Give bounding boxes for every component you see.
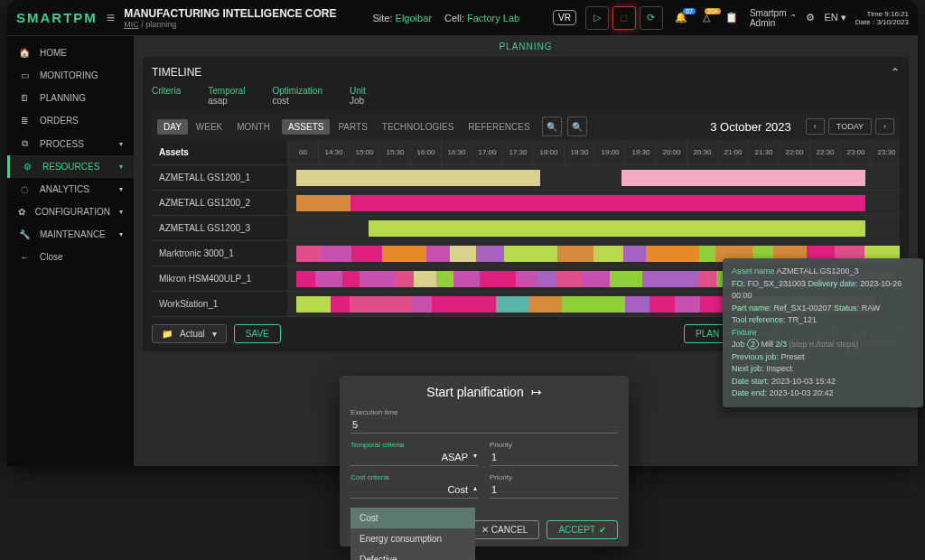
sidebar-item-resources[interactable]: ⚙RESOURCES▾ [7, 155, 134, 178]
zoom-in[interactable]: 🔍 [567, 117, 587, 136]
gantt-bar[interactable] [699, 246, 715, 262]
gantt-bar[interactable] [610, 271, 642, 287]
gantt-bar[interactable] [557, 246, 593, 262]
gantt-bar[interactable] [450, 246, 476, 262]
gantt-bar[interactable] [675, 296, 700, 313]
dropdown-option[interactable]: Defective [350, 549, 475, 560]
gantt-bar[interactable] [504, 246, 527, 262]
zoom-out[interactable]: 🔍 [542, 117, 562, 136]
sidebar-item-configuration[interactable]: ✿CONFIGURATION▾ [7, 201, 134, 223]
gantt-bar[interactable] [466, 296, 496, 313]
cell-select[interactable]: Factory Lab [467, 13, 519, 23]
gantt-bar[interactable] [296, 246, 322, 262]
gantt-bar[interactable] [621, 170, 865, 186]
prev-day[interactable]: ‹ [806, 118, 825, 135]
hamburger-icon[interactable]: ≡ [107, 10, 115, 26]
gantt-bar[interactable] [528, 296, 562, 313]
gantt-bar[interactable] [596, 296, 625, 313]
vr-badge[interactable]: VR [553, 10, 576, 25]
stop-button[interactable]: □ [612, 6, 636, 30]
gantt-bar[interactable] [436, 271, 453, 287]
sidebar-item-process[interactable]: ⧉PROCESS▾ [7, 132, 134, 155]
collapse-icon[interactable]: ⌃ [891, 66, 900, 79]
gantt-bar[interactable] [556, 271, 582, 287]
dropdown-option[interactable]: Energy consumption [350, 528, 475, 549]
gantt-bar[interactable] [296, 271, 315, 287]
gantt-bar[interactable] [382, 246, 400, 262]
gantt-bar[interactable] [375, 296, 411, 313]
gantt-bar[interactable] [664, 246, 699, 262]
gantt-bar[interactable] [350, 296, 375, 313]
gantt-bar[interactable] [453, 271, 480, 287]
gantt-bar[interactable] [360, 271, 395, 287]
asset-row-label[interactable]: Marktronic 3000_1 [152, 241, 287, 266]
gantt-bar[interactable] [527, 246, 557, 262]
gantt-bar[interactable] [582, 271, 610, 287]
bell-icon[interactable]: 🔔67 [672, 12, 690, 23]
gantt-bar[interactable] [395, 271, 414, 287]
clipboard-icon[interactable]: 📋 [723, 12, 741, 23]
gantt-bar[interactable] [400, 246, 426, 262]
gantt-bar[interactable] [679, 271, 699, 287]
gantt-bar[interactable] [480, 271, 516, 287]
gantt-bar[interactable] [369, 220, 865, 237]
gantt-bar[interactable] [537, 271, 556, 287]
sidebar-item-home[interactable]: 🏠HOME [7, 42, 134, 64]
next-day[interactable]: › [875, 118, 894, 135]
gantt-bar[interactable] [649, 296, 675, 313]
gantt-bar[interactable] [699, 271, 716, 287]
tab-parts[interactable]: PARTS [332, 119, 373, 135]
tab-day[interactable]: DAY [157, 119, 188, 135]
accept-button[interactable]: ACCEPT ✔ [547, 520, 618, 539]
sidebar-item-analytics[interactable]: ◌ANALYTICS▾ [7, 178, 134, 201]
gantt-row[interactable] [287, 191, 900, 216]
gantt-bar[interactable] [351, 246, 382, 262]
gantt-bar[interactable] [593, 246, 623, 262]
gantt-bar[interactable] [414, 271, 436, 287]
asset-row-label[interactable]: AZMETALL GS1200_1 [152, 165, 287, 191]
gantt-bar[interactable] [496, 296, 528, 313]
gantt-bar[interactable] [625, 296, 649, 313]
gantt-bar[interactable] [322, 246, 351, 262]
cost-criteria-select[interactable]: Cost▴ [350, 481, 479, 499]
gantt-bar[interactable] [623, 246, 646, 262]
site-select[interactable]: Elgoibar [396, 13, 432, 23]
priority-input-1[interactable]: 1 [490, 449, 618, 466]
gantt-row[interactable] [287, 216, 900, 241]
today-button[interactable]: TODAY [828, 118, 872, 135]
alert-icon[interactable]: △20+ [697, 12, 715, 23]
gantt-bar[interactable] [331, 296, 350, 313]
gantt-bar[interactable] [296, 170, 540, 186]
gantt-bar[interactable] [315, 271, 342, 287]
gantt-row[interactable] [287, 165, 900, 191]
tab-tech[interactable]: TECHNOLOGIES [376, 119, 460, 135]
sidebar-item-close[interactable]: ←Close [7, 246, 134, 268]
play-button[interactable]: ▷ [585, 6, 609, 30]
user-menu[interactable]: Smartpm Admin ⌃ [750, 8, 798, 28]
tab-week[interactable]: WEEK [190, 119, 229, 135]
cancel-button[interactable]: ✕ CANCEL [470, 520, 539, 539]
sidebar-item-monitoring[interactable]: ▭MONITORING [7, 64, 134, 87]
refresh-button[interactable]: ⟳ [640, 6, 663, 30]
execution-time-input[interactable]: 5 [350, 416, 618, 434]
gantt-bar[interactable] [562, 296, 596, 313]
gantt-bar[interactable] [350, 195, 865, 211]
tab-refs[interactable]: REFERENCES [462, 119, 536, 135]
temporal-criteria-select[interactable]: ASAP▾ [350, 449, 479, 466]
gantt-bar[interactable] [642, 271, 679, 287]
sidebar-item-orders[interactable]: ≣ORDERS [7, 109, 134, 132]
tab-assets[interactable]: ASSETS [282, 119, 330, 135]
gantt-bar[interactable] [426, 246, 450, 262]
asset-row-label[interactable]: Mikron HSM400ULP_1 [152, 266, 287, 292]
asset-row-label[interactable]: AZMETALL GS1200_3 [152, 216, 287, 241]
gantt-bar[interactable] [476, 246, 504, 262]
save-button[interactable]: SAVE [234, 324, 281, 343]
tab-month[interactable]: MONTH [230, 119, 276, 135]
actual-select[interactable]: 📁 Actual ▾ [152, 324, 227, 343]
sidebar-item-planning[interactable]: 🗓PLANNING [7, 87, 134, 109]
gantt-bar[interactable] [296, 296, 331, 313]
gantt-bar[interactable] [411, 296, 432, 313]
gantt-bar[interactable] [646, 246, 664, 262]
gantt-bar[interactable] [342, 271, 360, 287]
lang-select[interactable]: EN ▾ [824, 12, 846, 23]
